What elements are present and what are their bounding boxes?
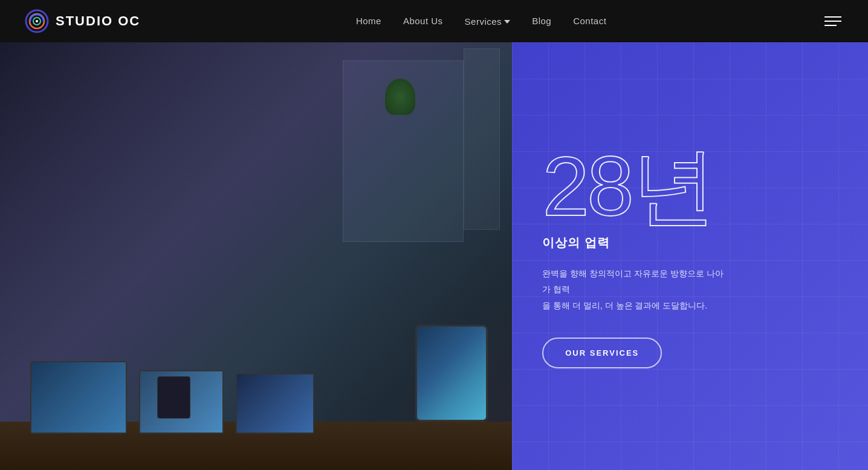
- hero-subtitle: 이상의 업력: [542, 235, 838, 251]
- hero-description: 완벽을 향해 창의적이고 자유로운 방향으로 나아가 협력 을 통해 더 멀리,…: [542, 266, 724, 314]
- hamburger-line-3: [824, 25, 837, 26]
- nav-services[interactable]: Services: [465, 16, 511, 27]
- hero-section: 28년 이상의 업력 완벽을 향해 창의적이고 자유로운 방향으로 나아가 협력…: [0, 42, 868, 470]
- nav-menu: Home About Us Services Blog Contact: [356, 16, 606, 27]
- hero-content-inner: 28년 이상의 업력 완벽을 향해 창의적이고 자유로운 방향으로 나아가 협력…: [512, 42, 868, 470]
- hamburger-menu-button[interactable]: [822, 14, 844, 28]
- plant-leaves: [385, 79, 415, 115]
- nav-blog[interactable]: Blog: [532, 16, 551, 26]
- monitor-3: [236, 373, 314, 434]
- tablet-device: [415, 325, 488, 422]
- hamburger-line-1: [824, 16, 841, 18]
- svg-point-3: [36, 20, 38, 22]
- logo[interactable]: STUDIO OC: [24, 8, 140, 34]
- hero-content-panel: 28년 이상의 업력 완벽을 향해 창의적이고 자유로운 방향으로 나아가 협력…: [512, 42, 868, 470]
- tablet-screen: [417, 327, 486, 420]
- brand-name: STUDIO OC: [56, 13, 140, 29]
- bg-window-2: [464, 48, 500, 230]
- chevron-down-icon: [504, 20, 510, 24]
- navbar: STUDIO OC Home About Us Services Blog Co…: [0, 0, 868, 42]
- plant-decoration: [385, 79, 421, 127]
- speaker: [157, 376, 190, 419]
- nav-about[interactable]: About Us: [403, 16, 443, 26]
- hero-image: [0, 42, 512, 470]
- hamburger-line-2: [824, 21, 841, 22]
- office-background: [0, 42, 512, 470]
- monitor-1: [30, 361, 127, 434]
- our-services-button[interactable]: OUR SERVICES: [542, 338, 662, 368]
- years-number: 28년: [542, 144, 838, 229]
- nav-contact[interactable]: Contact: [573, 16, 606, 26]
- nav-home[interactable]: Home: [356, 16, 381, 26]
- logo-icon: [24, 8, 50, 34]
